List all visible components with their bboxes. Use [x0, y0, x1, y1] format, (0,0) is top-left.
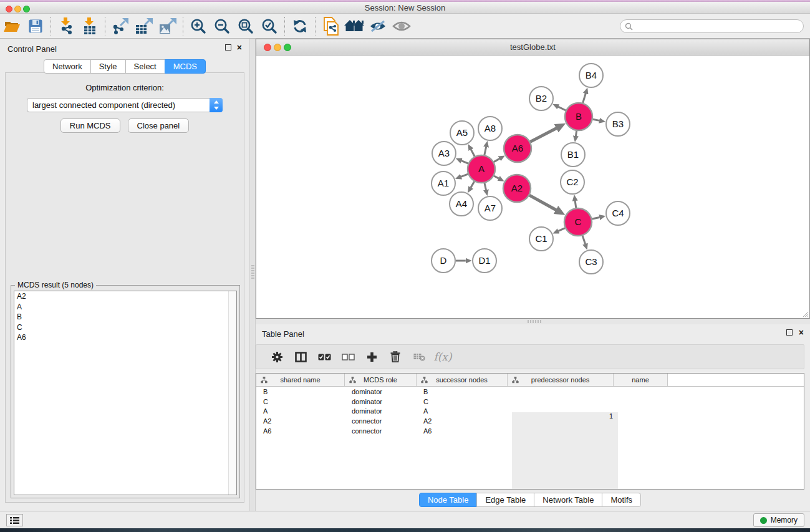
zoom-fit-button[interactable] — [234, 16, 258, 37]
column-header-successor-nodes[interactable]: successor nodes — [417, 374, 508, 386]
tab-edge-table[interactable]: Edge Table — [476, 493, 534, 507]
graph-node-A8[interactable]: A8 — [478, 117, 502, 140]
graph-edge-C-C1[interactable] — [558, 228, 565, 231]
graph-edge-A-A5[interactable] — [471, 150, 475, 157]
import-table-button[interactable] — [78, 16, 102, 37]
search-input[interactable] — [633, 21, 803, 32]
column-header-predecessor-nodes[interactable]: predecessor nodes — [508, 374, 614, 386]
graph-node-A7[interactable]: A7 — [478, 196, 502, 220]
graph-node-C2[interactable]: C2 — [561, 170, 584, 194]
graph-edge-A-A3[interactable] — [461, 161, 468, 164]
tab-network-table[interactable]: Network Table — [534, 493, 602, 507]
function-builder-button[interactable]: f(x) — [431, 347, 455, 367]
window-titlebar: Session: New Session — [0, 2, 810, 14]
close-panel-icon[interactable]: × — [799, 329, 804, 336]
graph-node-A5[interactable]: A5 — [450, 121, 474, 145]
criterion-select[interactable]: largest connected component (directed) — [27, 98, 223, 112]
table-row[interactable]: Cdominator41C — [256, 397, 804, 407]
birds-eye-view-button[interactable] — [390, 16, 413, 37]
resize-grip-icon[interactable] — [800, 309, 809, 317]
table-cell: A — [256, 407, 345, 415]
open-file-button[interactable] — [0, 16, 24, 37]
show-columns-button[interactable] — [289, 347, 312, 367]
tab-network[interactable]: Network — [44, 59, 91, 74]
graph-node-A2[interactable]: A2 — [503, 175, 531, 202]
deselect-all-rows-button[interactable] — [336, 347, 360, 367]
graph-node-A[interactable]: A — [468, 155, 495, 183]
graph-node-B4[interactable]: B4 — [579, 64, 603, 87]
export-table-button[interactable] — [132, 16, 156, 37]
tab-style[interactable]: Style — [90, 59, 126, 74]
splitter-grip[interactable] — [528, 320, 541, 323]
table-row[interactable]: A6connector11A6 — [256, 426, 804, 436]
graph-node-B1[interactable]: B1 — [561, 143, 585, 167]
graph-node-A4[interactable]: A4 — [450, 192, 473, 216]
column-header-MCDS-role[interactable]: MCDS role — [345, 374, 417, 386]
refresh-view-button[interactable] — [288, 16, 312, 37]
graph-edge-A-A7[interactable] — [485, 183, 486, 190]
import-network-button[interactable] — [54, 16, 78, 37]
open-session-file-button[interactable] — [319, 16, 342, 37]
graph-edge-B-B1[interactable] — [576, 131, 576, 136]
graph-edge-A-A1[interactable] — [461, 174, 468, 177]
graph-edge-C-C2[interactable] — [575, 201, 576, 208]
graph-edge-A6-B[interactable] — [530, 128, 556, 142]
column-header-name[interactable]: name — [614, 374, 668, 386]
float-panel-icon[interactable] — [225, 44, 231, 51]
graph-edge-B-B4[interactable] — [583, 94, 586, 103]
table-row[interactable]: Bdominator41B — [256, 387, 804, 397]
export-image-button[interactable] — [156, 16, 180, 37]
graph-node-C1[interactable]: C1 — [529, 227, 553, 251]
graph-node-A3[interactable]: A3 — [432, 142, 456, 165]
export-network-button[interactable] — [108, 16, 132, 37]
graph-edge-A2-C[interactable] — [529, 195, 556, 210]
splitter-grip[interactable] — [251, 265, 254, 279]
task-history-button[interactable] — [6, 514, 23, 526]
graph-node-A1[interactable]: A1 — [432, 172, 455, 195]
add-row-button[interactable] — [360, 347, 383, 367]
graph-edge-C-C4[interactable] — [592, 217, 599, 219]
hide-graphics-details-button[interactable] — [366, 16, 390, 37]
tab-motifs[interactable]: Motifs — [602, 493, 641, 507]
delete-table-button[interactable] — [407, 347, 431, 367]
graph-node-C[interactable]: C — [564, 208, 592, 236]
scrollbar-track[interactable] — [228, 291, 236, 495]
network-canvas[interactable]: B4B2BB3A5A8A6B1A3AC2A1A2A4A7C4CC1C3DD1 — [256, 56, 809, 318]
graph-edge-A-A6[interactable] — [494, 158, 499, 162]
graph-edge-B-B3[interactable] — [593, 119, 600, 120]
mcds-result-item: A — [14, 302, 236, 312]
zoom-in-button[interactable] — [186, 16, 210, 37]
tab-mcds[interactable]: MCDS — [165, 59, 206, 74]
select-all-rows-button[interactable] — [312, 347, 336, 367]
close-panel-button[interactable]: Close panel — [128, 118, 190, 133]
graph-edge-C-C3[interactable] — [582, 236, 585, 244]
horizontal-splitter[interactable] — [256, 319, 810, 324]
graph-edge-A-A8[interactable] — [485, 147, 486, 155]
memory-button[interactable]: Memory — [753, 513, 804, 527]
graph-node-C3[interactable]: C3 — [579, 250, 603, 274]
graph-node-A6[interactable]: A6 — [504, 135, 531, 162]
save-session-button[interactable] — [24, 16, 47, 37]
run-mcds-button[interactable]: Run MCDS — [60, 118, 120, 133]
tab-node-table[interactable]: Node Table — [419, 493, 478, 507]
graph-edge-B-B2[interactable] — [558, 107, 566, 110]
graph-node-B3[interactable]: B3 — [606, 112, 630, 136]
close-panel-icon[interactable]: × — [237, 44, 242, 51]
column-header-shared-name[interactable]: shared name — [256, 374, 345, 386]
svg-text:D: D — [440, 255, 447, 266]
apply-layout-home-button[interactable] — [342, 16, 366, 37]
graph-node-D1[interactable]: D1 — [473, 249, 496, 273]
vertical-splitter[interactable] — [249, 39, 256, 511]
delete-rows-button[interactable] — [383, 347, 407, 367]
zoom-out-button[interactable] — [210, 16, 234, 37]
table-settings-button[interactable] — [265, 347, 289, 367]
graph-edge-A-A4[interactable] — [471, 181, 475, 188]
graph-node-B2[interactable]: B2 — [529, 87, 553, 110]
graph-node-C4[interactable]: C4 — [606, 201, 630, 225]
graph-node-D[interactable]: D — [432, 249, 455, 273]
tab-select[interactable]: Select — [125, 59, 165, 74]
float-panel-icon[interactable] — [786, 329, 793, 336]
zoom-selected-button[interactable] — [258, 16, 281, 37]
graph-node-B[interactable]: B — [565, 103, 592, 130]
graph-edge-A-A2[interactable] — [494, 176, 499, 178]
